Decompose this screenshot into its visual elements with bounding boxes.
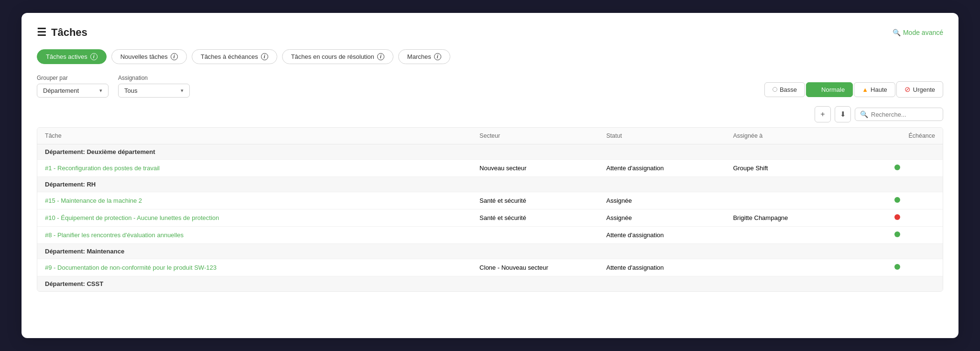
group-by-label: Grouper par (37, 75, 109, 81)
task-cell: #9 - Documentation de non-conformité pou… (37, 259, 472, 276)
task-cell: #1 - Reconfiguration des postes de trava… (37, 160, 472, 177)
statut-cell: Assignée (599, 192, 725, 209)
echeance-cell (852, 192, 943, 209)
echeance-cell (852, 259, 943, 276)
assignment-chevron-icon: ▾ (181, 88, 184, 94)
page-title-area: ☰ Tâches (37, 26, 87, 39)
priority-haute-button[interactable]: ▲ Haute (854, 82, 895, 97)
echeance-dot-icon (894, 231, 900, 237)
dept-label: Département: CSST (37, 276, 943, 292)
assignee-cell: Brigitte Champagne (725, 209, 852, 227)
add-button[interactable]: + (815, 106, 831, 122)
priority-normale-button[interactable]: Normale (806, 82, 853, 97)
table-row: #1 - Reconfiguration des postes de trava… (37, 160, 943, 177)
assignee-cell (725, 259, 852, 276)
statut-cell: Assignée (599, 209, 725, 227)
task-link[interactable]: #1 - Reconfiguration des postes de trava… (45, 165, 160, 172)
task-link[interactable]: #9 - Documentation de non-conformité pou… (45, 264, 217, 271)
page-title: Tâches (51, 26, 87, 39)
tabs-bar: Tâches actives i Nouvelles tâches i Tâch… (37, 49, 943, 64)
tab-info-icon-nouvelles: i (171, 53, 178, 60)
dept-label: Département: Deuxième département (37, 144, 943, 160)
table-row: #10 - Équipement de protection - Aucune … (37, 209, 943, 227)
assignee-cell (725, 227, 852, 244)
tasks-list-icon: ☰ (37, 26, 46, 39)
task-link[interactable]: #15 - Maintenance de la machine 2 (45, 197, 142, 204)
task-cell: #8 - Planifier les rencontres d'évaluati… (37, 227, 472, 244)
assignee-cell (725, 192, 852, 209)
tab-nouvelles-taches[interactable]: Nouvelles tâches i (111, 49, 187, 64)
col-header-echeance: Échéance (852, 128, 943, 144)
tab-info-icon-marches: i (434, 53, 441, 60)
task-cell: #10 - Équipement de protection - Aucune … (37, 209, 472, 227)
col-header-tache: Tâche (37, 128, 472, 144)
group-by-filter: Grouper par Département ▾ (37, 75, 109, 98)
table-row: #9 - Documentation de non-conformité pou… (37, 259, 943, 276)
table-header-row: Tâche Secteur Statut Assignée à Échéance (37, 128, 943, 144)
tab-taches-resolution[interactable]: Tâches en cours de résolution i (282, 49, 393, 64)
secteur-cell: Clone - Nouveau secteur (472, 259, 599, 276)
echeance-cell (852, 209, 943, 227)
download-icon: ⬇ (840, 110, 846, 119)
search-icon: 🔍 (860, 110, 868, 118)
group-by-select[interactable]: Département ▾ (37, 84, 109, 98)
haute-triangle-icon: ▲ (862, 86, 868, 93)
dept-group-row: Département: Maintenance (37, 244, 943, 259)
echeance-dot-icon (894, 197, 900, 203)
dept-label: Département: Maintenance (37, 244, 943, 259)
priority-urgente-button[interactable]: ⊘ Urgente (896, 81, 943, 98)
echeance-dot-icon (894, 165, 900, 170)
main-card: ☰ Tâches 🔍 Mode avancé Tâches actives i … (22, 13, 958, 338)
actions-row: + ⬇ 🔍 (37, 106, 943, 122)
dept-group-row: Département: RH (37, 177, 943, 192)
tab-taches-echeances[interactable]: Tâches à échéances i (192, 49, 277, 64)
basse-dot-icon (773, 87, 777, 92)
priority-basse-button[interactable]: Basse (764, 82, 805, 97)
filters-row: Grouper par Département ▾ Assignation To… (37, 75, 943, 98)
secteur-cell: Santé et sécurité (472, 209, 599, 227)
tab-info-icon-resolution: i (377, 53, 384, 60)
assignment-label: Assignation (118, 75, 190, 81)
search-input[interactable] (871, 111, 938, 118)
advanced-mode-button[interactable]: 🔍 Mode avancé (893, 29, 943, 36)
assignment-select[interactable]: Tous ▾ (118, 84, 190, 98)
secteur-cell (472, 227, 599, 244)
statut-cell: Attente d'assignation (599, 259, 725, 276)
priority-filters: Basse Normale ▲ Haute ⊘ Urgente (764, 81, 943, 98)
table-row: #15 - Maintenance de la machine 2Santé e… (37, 192, 943, 209)
statut-cell: Attente d'assignation (599, 227, 725, 244)
header: ☰ Tâches 🔍 Mode avancé (37, 26, 943, 39)
export-button[interactable]: ⬇ (835, 106, 851, 122)
statut-cell: Attente d'assignation (599, 160, 725, 177)
urgente-circle-icon: ⊘ (904, 85, 911, 94)
task-link[interactable]: #8 - Planifier les rencontres d'évaluati… (45, 231, 184, 239)
table-row: #8 - Planifier les rencontres d'évaluati… (37, 227, 943, 244)
normale-dot-icon (814, 87, 819, 92)
tab-taches-actives[interactable]: Tâches actives i (37, 49, 107, 64)
tasks-table-container: Tâche Secteur Statut Assignée à Échéance… (37, 127, 943, 292)
dept-label: Département: RH (37, 177, 943, 192)
col-header-assignee: Assignée à (725, 128, 852, 144)
task-cell: #15 - Maintenance de la machine 2 (37, 192, 472, 209)
secteur-cell: Santé et sécurité (472, 192, 599, 209)
search-zoom-icon: 🔍 (893, 29, 901, 36)
col-header-statut: Statut (599, 128, 725, 144)
assignee-cell: Groupe Shift (725, 160, 852, 177)
echeance-cell (852, 227, 943, 244)
task-link[interactable]: #10 - Équipement de protection - Aucune … (45, 214, 219, 221)
dept-group-row: Département: Deuxième département (37, 144, 943, 160)
tab-info-icon-actives: i (90, 53, 98, 60)
tab-info-icon-echeances: i (261, 53, 268, 60)
tab-marches[interactable]: Marches i (398, 49, 450, 64)
echeance-dot-icon (894, 264, 900, 270)
assignment-filter: Assignation Tous ▾ (118, 75, 190, 98)
tasks-table: Tâche Secteur Statut Assignée à Échéance… (37, 128, 943, 291)
col-header-secteur: Secteur (472, 128, 599, 144)
group-by-chevron-icon: ▾ (99, 88, 102, 94)
echeance-cell (852, 160, 943, 177)
dept-group-row: Département: CSST (37, 276, 943, 292)
echeance-dot-icon (894, 214, 900, 220)
secteur-cell: Nouveau secteur (472, 160, 599, 177)
plus-icon: + (820, 110, 825, 119)
search-box[interactable]: 🔍 (855, 108, 943, 121)
